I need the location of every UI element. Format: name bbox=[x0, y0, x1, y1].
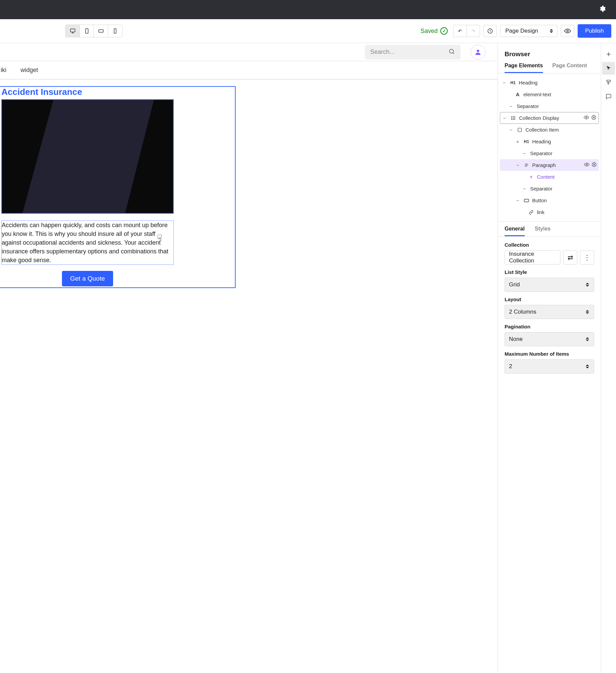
liststyle-select[interactable]: Grid bbox=[505, 278, 594, 292]
svg-point-25 bbox=[586, 164, 587, 165]
paint-icon[interactable] bbox=[602, 76, 615, 89]
device-mobile[interactable] bbox=[108, 25, 122, 37]
collapse-icon[interactable]: − bbox=[508, 127, 514, 133]
collapse-icon[interactable]: − bbox=[521, 150, 527, 156]
collapse-icon[interactable]: − bbox=[521, 186, 527, 191]
paragraph-icon bbox=[523, 163, 529, 168]
properties-panel: General Styles Collection Insurance Coll… bbox=[498, 221, 601, 379]
svg-line-9 bbox=[453, 52, 454, 54]
nav-item[interactable]: widget bbox=[20, 67, 39, 74]
h1-icon: H1 bbox=[523, 139, 529, 144]
search-field[interactable] bbox=[370, 48, 448, 56]
gear-icon[interactable] bbox=[598, 5, 606, 14]
cursor-icon[interactable] bbox=[602, 62, 615, 75]
tree-item-content[interactable]: T Content bbox=[500, 171, 599, 183]
text-field-icon: T bbox=[528, 175, 534, 179]
device-desktop[interactable] bbox=[66, 25, 80, 37]
button-icon bbox=[523, 199, 529, 203]
panel-tabs: Page Elements Page Content bbox=[498, 63, 601, 73]
tree-item-collection-item[interactable]: − Collection Item bbox=[500, 124, 599, 136]
svg-rect-21 bbox=[518, 128, 522, 132]
svg-rect-4 bbox=[99, 30, 103, 32]
app-top-bar bbox=[0, 0, 616, 19]
svg-point-17 bbox=[586, 117, 587, 118]
panel-title: Browser bbox=[498, 43, 601, 63]
add-icon[interactable] bbox=[602, 48, 615, 61]
search-icon bbox=[448, 48, 455, 56]
tree-item-separator[interactable]: − Separator bbox=[500, 147, 599, 159]
svg-rect-0 bbox=[70, 29, 75, 32]
undo-button[interactable]: ↶ bbox=[453, 25, 467, 37]
collection-card: Accident Insurance Accidents can happen … bbox=[1, 87, 174, 287]
collection-display-frame[interactable]: rty resulting from so covers loss of sal… bbox=[0, 86, 236, 288]
history-button[interactable] bbox=[483, 25, 497, 37]
swap-icon[interactable]: ⇄ bbox=[563, 250, 577, 264]
browser-panel: Browser Page Elements Page Content − H1 … bbox=[498, 43, 601, 673]
tree-item-heading[interactable]: − H1 Heading bbox=[500, 77, 599, 88]
card-description: Accidents can happen quickly, and costs … bbox=[1, 220, 174, 265]
delete-icon[interactable] bbox=[591, 115, 596, 121]
svg-point-10 bbox=[477, 49, 479, 52]
link-icon bbox=[528, 210, 534, 215]
card-image bbox=[1, 99, 174, 214]
more-icon[interactable]: ⋮ bbox=[580, 250, 594, 264]
collection-label: Collection bbox=[505, 242, 594, 248]
nav-item[interactable]: iki bbox=[0, 67, 7, 74]
item-icon bbox=[517, 128, 523, 132]
right-rail bbox=[601, 43, 616, 673]
pagination-label: Pagination bbox=[505, 324, 594, 329]
collapse-icon[interactable]: − bbox=[502, 115, 508, 121]
eye-icon[interactable] bbox=[584, 115, 589, 121]
saved-status: Saved ✓ bbox=[420, 27, 448, 35]
svg-point-15 bbox=[511, 118, 512, 118]
collapse-icon[interactable]: − bbox=[508, 103, 514, 109]
svg-point-16 bbox=[511, 119, 512, 119]
tree-item-heading[interactable]: + H1 Heading bbox=[500, 136, 599, 147]
collapse-icon[interactable]: − bbox=[515, 198, 521, 203]
redo-button[interactable]: ↷ bbox=[467, 25, 480, 37]
tree-item-link[interactable]: link bbox=[500, 206, 599, 218]
list-icon bbox=[510, 115, 516, 121]
avatar[interactable] bbox=[471, 45, 485, 60]
tree-item-separator[interactable]: − Separator bbox=[500, 183, 599, 194]
max-input[interactable]: 2 bbox=[505, 359, 594, 374]
publish-button[interactable]: Publish bbox=[578, 24, 611, 38]
mode-select[interactable]: Page Design bbox=[500, 25, 557, 37]
svg-point-7 bbox=[567, 30, 569, 32]
tab-page-content[interactable]: Page Content bbox=[552, 63, 587, 73]
delete-icon[interactable] bbox=[591, 162, 597, 168]
collapse-icon[interactable]: − bbox=[515, 162, 521, 168]
pagination-select[interactable]: None bbox=[505, 332, 594, 346]
device-tablet-landscape[interactable] bbox=[94, 25, 108, 37]
preview-button[interactable] bbox=[561, 25, 574, 37]
layout-label: Layout bbox=[505, 296, 594, 302]
tab-page-elements[interactable]: Page Elements bbox=[505, 63, 543, 73]
tree-item-collection-display[interactable]: − Collection Display bbox=[500, 112, 599, 124]
svg-point-8 bbox=[449, 49, 453, 53]
device-tablet-portrait[interactable] bbox=[80, 25, 94, 37]
tab-general[interactable]: General bbox=[505, 226, 525, 236]
tree-item-paragraph[interactable]: − Paragraph bbox=[500, 159, 599, 171]
expand-icon[interactable]: + bbox=[515, 139, 521, 144]
svg-rect-29 bbox=[524, 199, 528, 202]
get-quote-button[interactable]: Get a Quote bbox=[62, 271, 113, 286]
liststyle-label: List Style bbox=[505, 269, 594, 275]
max-label: Maximum Number of Items bbox=[505, 351, 594, 357]
canvas-header bbox=[0, 43, 498, 61]
tree-item-button[interactable]: − Button bbox=[500, 194, 599, 206]
comment-icon[interactable] bbox=[602, 90, 615, 103]
search-input[interactable] bbox=[365, 45, 460, 60]
eye-icon[interactable] bbox=[584, 162, 589, 168]
saved-label: Saved bbox=[420, 28, 438, 35]
canvas: iki widget rty resulting from so covers … bbox=[0, 43, 498, 673]
tree-item-separator[interactable]: − Separator bbox=[500, 100, 599, 112]
svg-point-14 bbox=[511, 116, 512, 117]
tab-styles[interactable]: Styles bbox=[535, 226, 551, 236]
layout-select[interactable]: 2 Columns bbox=[505, 305, 594, 319]
tree-item-element-text[interactable]: A element-text bbox=[500, 88, 599, 100]
text-icon: A bbox=[515, 92, 521, 97]
editor-toolbar: Saved ✓ ↶ ↷ Page Design Publish bbox=[0, 19, 616, 43]
element-tree: − H1 Heading A element-text − Separator … bbox=[498, 73, 601, 221]
collapse-icon[interactable]: − bbox=[501, 80, 507, 85]
collection-input[interactable]: Insurance Collection bbox=[505, 250, 560, 264]
